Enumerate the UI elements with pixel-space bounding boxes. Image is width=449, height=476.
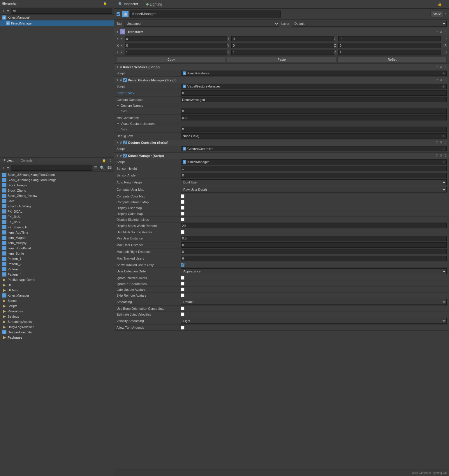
- project-add-btn[interactable]: +: [2, 165, 5, 170]
- skip-remote-checkbox[interactable]: [181, 293, 184, 297]
- vgm-settings-icon[interactable]: ⚙: [439, 78, 442, 82]
- list-item[interactable]: Block_People: [0, 183, 114, 188]
- hierarchy-search-input[interactable]: [11, 8, 112, 14]
- list-item[interactable]: Pattern_3: [0, 267, 114, 272]
- tab-inspector[interactable]: 🔍 Inspector: [114, 1, 142, 8]
- reset-button[interactable]: ReSet: [337, 57, 447, 62]
- list-item[interactable]: ▶Resources: [0, 309, 114, 314]
- list-item[interactable]: #GestureController: [0, 330, 114, 335]
- display-color-map-checkbox[interactable]: [181, 212, 184, 216]
- list-item[interactable]: Coin: [0, 198, 114, 204]
- hierarchy-more-icon[interactable]: ⋮: [109, 1, 112, 5]
- list-item[interactable]: ▶UI: [0, 282, 114, 288]
- km-settings-icon[interactable]: ⚙: [439, 154, 442, 158]
- list-item[interactable]: FX_JiaSu: [0, 214, 114, 219]
- ignore-inferred-checkbox[interactable]: [181, 276, 184, 280]
- player-index-label[interactable]: Player Index: [117, 91, 181, 95]
- display-user-map-checkbox[interactable]: [181, 206, 184, 210]
- tab-console[interactable]: Console: [17, 158, 36, 164]
- compute-user-map-select[interactable]: Raw User Depth: [181, 187, 447, 192]
- list-item[interactable]: FX_JinBi: [0, 219, 114, 225]
- pos-y-input[interactable]: [231, 36, 334, 41]
- hierarchy-root-item[interactable]: ▣ KinectManager*: [0, 15, 114, 20]
- list-item[interactable]: ▶PoolManagerDemo: [0, 277, 114, 282]
- gesture-names-section[interactable]: ▼ Gesture Names: [114, 103, 449, 108]
- auto-height-select[interactable]: Dont Use: [181, 179, 447, 185]
- kg-help-icon[interactable]: ?: [436, 65, 438, 69]
- km-help-icon[interactable]: ?: [436, 154, 438, 158]
- pos-x-input[interactable]: [125, 36, 227, 41]
- compute-infrared-checkbox[interactable]: [181, 200, 184, 204]
- list-item[interactable]: FX_ZhuangJi: [0, 225, 114, 230]
- estimate-velocities-checkbox[interactable]: [181, 312, 184, 316]
- kg-settings-icon[interactable]: ⚙: [439, 65, 442, 69]
- tag-select[interactable]: Untagged: [124, 21, 279, 27]
- km-header[interactable]: ▼ # Kinect Manager (Script) ? ⚙ ⋮: [114, 153, 449, 159]
- sensor-angle-input[interactable]: [181, 173, 447, 178]
- list-item[interactable]: Block_Zhong_Yellow: [0, 193, 114, 198]
- list-item[interactable]: FX_GOAL: [0, 209, 114, 214]
- velocity-smoothing-select[interactable]: Light: [181, 318, 447, 324]
- display-skeleton-checkbox[interactable]: [181, 218, 184, 221]
- list-item[interactable]: Block_JiZhuangXiangFloorGreen: [0, 172, 114, 177]
- transform-more-icon[interactable]: ⋮: [444, 30, 447, 34]
- list-item[interactable]: KinectManager: [0, 293, 114, 298]
- list-item[interactable]: Item_Multiply: [0, 240, 114, 246]
- rot-y-input[interactable]: [231, 43, 334, 48]
- project-filter-btn[interactable]: ☰: [93, 165, 98, 170]
- paste-button[interactable]: Paste: [227, 57, 336, 62]
- inspector-lock-icon[interactable]: 🔒: [438, 2, 442, 6]
- use-bone-checkbox[interactable]: [181, 307, 184, 310]
- list-item[interactable]: Item_ShootGoal: [0, 246, 114, 251]
- sensor-height-input[interactable]: [181, 166, 447, 171]
- vgm-more-icon[interactable]: ⋮: [444, 78, 447, 82]
- user-detection-order-select[interactable]: Appearance: [181, 268, 447, 274]
- vgm-target-icon[interactable]: ⊙: [442, 85, 445, 88]
- scale-x-input[interactable]: [125, 50, 227, 55]
- max-tracked-input[interactable]: [181, 256, 447, 261]
- list-item[interactable]: Item_AddTime: [0, 230, 114, 235]
- km-checkbox[interactable]: [123, 154, 127, 158]
- list-item[interactable]: Pattern_1: [0, 256, 114, 261]
- gc-checkbox[interactable]: [123, 141, 127, 144]
- object-enabled-checkbox[interactable]: [117, 12, 120, 16]
- pos-z-input[interactable]: [338, 36, 441, 41]
- project-dropdown-btn[interactable]: ▾: [6, 165, 10, 170]
- allow-turn-arounds-checkbox[interactable]: [181, 326, 184, 330]
- hierarchy-dropdown-btn[interactable]: ▾: [6, 8, 10, 13]
- gc-help-icon[interactable]: ?: [436, 141, 438, 144]
- transform-settings-icon[interactable]: ⚙: [439, 30, 442, 34]
- list-item[interactable]: Pattern_2: [0, 261, 114, 267]
- scale-z-input[interactable]: [338, 50, 441, 55]
- km-target-icon[interactable]: ⊙: [442, 160, 445, 164]
- vgm-help-icon[interactable]: ?: [436, 78, 438, 82]
- show-tracked-only-checkbox[interactable]: [181, 263, 184, 267]
- ignore-z-checkbox[interactable]: [181, 282, 184, 286]
- vgl-size-input[interactable]: [181, 127, 447, 132]
- min-user-distance-input[interactable]: [181, 236, 447, 241]
- vgm-header[interactable]: ▼ # Visual Gesture Manager (Script) ? ⚙ …: [114, 77, 449, 83]
- list-item[interactable]: Effect_QiuWang: [0, 204, 114, 209]
- hierarchy-item-kinectmanager[interactable]: ▣ KinectManager: [0, 20, 114, 26]
- player-index-input[interactable]: [181, 90, 447, 96]
- list-item[interactable]: Pattern_4: [0, 272, 114, 277]
- tab-lighting[interactable]: Lighting: [142, 1, 166, 8]
- list-item[interactable]: ▶Scripts: [0, 303, 114, 309]
- late-update-checkbox[interactable]: [181, 288, 184, 291]
- copy-button[interactable]: Copy: [117, 57, 226, 62]
- list-item[interactable]: ▶Settings: [0, 314, 114, 319]
- layer-select[interactable]: Default: [292, 21, 447, 27]
- transform-header[interactable]: ▼ ⊞ Transform ? ⚙ ⋮: [114, 28, 449, 36]
- transform-help-icon[interactable]: ?: [436, 30, 438, 34]
- debug-target-icon[interactable]: ⊙: [442, 134, 445, 138]
- project-more-icon[interactable]: ⋮: [107, 158, 114, 164]
- inspector-more-icon[interactable]: ⋮: [443, 2, 447, 6]
- list-item[interactable]: Item_Sprite: [0, 251, 114, 256]
- km-more-icon[interactable]: ⋮: [444, 154, 447, 158]
- kinect-gestures-header[interactable]: ▼ # Kinect Gestures (Script) ? ⚙ ⋮: [114, 64, 449, 70]
- display-maps-width-input[interactable]: [181, 223, 447, 228]
- project-lock-icon[interactable]: 🔒: [101, 158, 107, 164]
- kg-target-icon[interactable]: ⊙: [442, 72, 445, 75]
- gc-header[interactable]: ▼ # Gesture Controller (Script) ? ⚙ ⋮: [114, 139, 449, 146]
- list-item[interactable]: Block_Zhong: [0, 188, 114, 193]
